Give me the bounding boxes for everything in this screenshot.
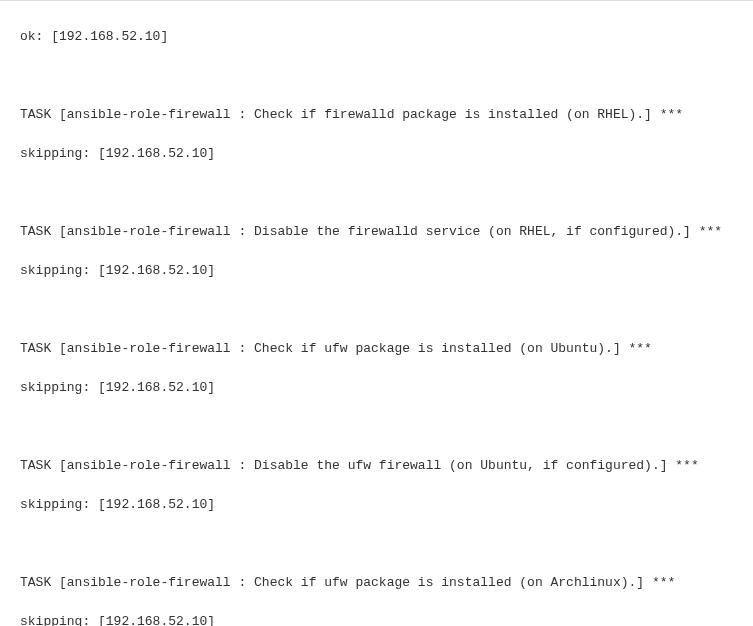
blank-line (20, 300, 733, 320)
blank-line (20, 534, 733, 554)
ok-line: ok: [192.168.52.10] (20, 27, 733, 47)
task-header: TASK [ansible-role-firewall : Disable th… (20, 222, 733, 242)
top-divider (0, 0, 753, 1)
blank-line (20, 66, 733, 86)
task-header: TASK [ansible-role-firewall : Check if u… (20, 573, 733, 593)
task-result: skipping: [192.168.52.10] (20, 144, 733, 164)
task-result: skipping: [192.168.52.10] (20, 261, 733, 281)
task-result: skipping: [192.168.52.10] (20, 495, 733, 515)
task-result: skipping: [192.168.52.10] (20, 378, 733, 398)
blank-line (20, 417, 733, 437)
task-header: TASK [ansible-role-firewall : Check if u… (20, 339, 733, 359)
task-result: skipping: [192.168.52.10] (20, 612, 733, 627)
blank-line (20, 183, 733, 203)
task-header: TASK [ansible-role-firewall : Disable th… (20, 456, 733, 476)
task-header: TASK [ansible-role-firewall : Check if f… (20, 105, 733, 125)
console-output: ok: [192.168.52.10] TASK [ansible-role-f… (0, 5, 753, 626)
